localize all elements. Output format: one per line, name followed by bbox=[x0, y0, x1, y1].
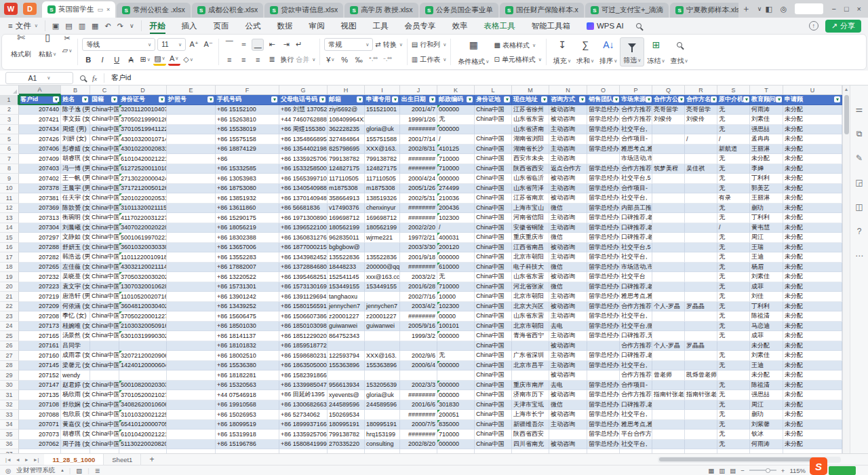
cell[interactable]: wjrme221 bbox=[365, 233, 400, 243]
cell[interactable]: 李文茹 (女 bbox=[61, 115, 90, 125]
cell[interactable] bbox=[90, 370, 119, 381]
cell[interactable]: 360481200304020026 bbox=[119, 302, 167, 312]
cell[interactable]: 江苏省徐州 bbox=[512, 105, 549, 115]
cell[interactable] bbox=[365, 331, 400, 341]
filter-dropdown-icon[interactable] bbox=[357, 96, 363, 102]
cell[interactable]: 王迪 bbox=[750, 252, 783, 263]
row-number[interactable]: 21 bbox=[0, 292, 19, 302]
cell[interactable] bbox=[652, 430, 685, 440]
cell[interactable]: 黄韦慧 bbox=[750, 223, 783, 233]
cell[interactable] bbox=[652, 440, 685, 450]
cell[interactable]: 430102200208315525 bbox=[119, 145, 167, 155]
cell[interactable]: 2002/8/31 bbox=[400, 145, 437, 155]
column-header-F[interactable]: F bbox=[216, 86, 279, 95]
cell[interactable]: 无 bbox=[717, 243, 750, 253]
document-tab[interactable]: S贷款申请信息.xlsx bbox=[264, 3, 343, 18]
cell[interactable]: 刘晨曦 (女 bbox=[61, 223, 90, 233]
cell[interactable]: 社交平台, bbox=[620, 311, 652, 322]
cell[interactable]: +86 1391129694 bbox=[279, 292, 328, 302]
document-tab[interactable]: S英国留学生▭× bbox=[42, 1, 115, 18]
cell[interactable]: 310103200212255069 bbox=[119, 410, 167, 420]
cell[interactable] bbox=[652, 193, 685, 204]
cell-style-button[interactable]: ⊡单元格样式∨ bbox=[494, 52, 542, 66]
cell[interactable]: 2001/7/14 bbox=[400, 134, 437, 145]
cell[interactable]: 山东省东营 bbox=[512, 115, 549, 125]
cell[interactable]: 北京市昌平 bbox=[512, 361, 549, 371]
layout-mode-icon[interactable]: ◧ bbox=[765, 5, 772, 14]
cell[interactable]: 何雨涛 bbox=[750, 440, 783, 450]
cell[interactable] bbox=[685, 243, 717, 253]
cell[interactable]: 207434 bbox=[19, 125, 61, 135]
cell[interactable] bbox=[652, 410, 685, 420]
cell[interactable] bbox=[167, 105, 216, 115]
cell[interactable] bbox=[167, 341, 216, 352]
cell[interactable]: 未分配 bbox=[783, 134, 842, 145]
cell[interactable]: 留学总经办 bbox=[587, 311, 620, 322]
cell[interactable]: 留学总经办 bbox=[587, 164, 620, 174]
cell[interactable]: 710000 bbox=[437, 164, 475, 174]
cell[interactable]: China中国 bbox=[90, 410, 119, 420]
cell[interactable]: 2005/9/16 bbox=[400, 322, 437, 332]
cell[interactable]: 口碑推荐,老 bbox=[620, 282, 652, 292]
cell[interactable]: 留学总经办 bbox=[587, 440, 620, 450]
cell[interactable]: 衡琬明 (女 bbox=[61, 213, 90, 223]
column-header-J[interactable]: J bbox=[400, 86, 437, 95]
cell[interactable]: 370502199901260083 bbox=[119, 115, 167, 125]
cell[interactable]: / bbox=[717, 134, 750, 145]
cell[interactable]: 无 bbox=[717, 430, 750, 440]
cell[interactable]: +86 13851932 bbox=[216, 193, 279, 204]
row-number[interactable]: 24 bbox=[0, 322, 19, 332]
cell[interactable] bbox=[512, 370, 549, 381]
cell[interactable]: 主动咨询 bbox=[549, 420, 587, 430]
cell[interactable]: +86 15536380 bbox=[216, 361, 279, 371]
cell[interactable]: China中国 bbox=[90, 381, 119, 391]
cell[interactable]: 102300 bbox=[437, 213, 475, 223]
cell[interactable]: China中国 bbox=[475, 430, 512, 440]
cell[interactable]: 王一帆 (男 bbox=[61, 174, 90, 184]
column-header-T[interactable]: T bbox=[750, 86, 783, 95]
cell[interactable]: 郭美艺 bbox=[750, 184, 783, 194]
cell[interactable] bbox=[365, 243, 400, 253]
cell[interactable]: ziyi5692@ bbox=[328, 105, 365, 115]
cell[interactable]: China中国 bbox=[90, 154, 119, 164]
cell[interactable]: 未分配 bbox=[783, 125, 842, 135]
cell[interactable]: +86 1396522100 bbox=[279, 223, 328, 233]
cell[interactable]: 曾老师 bbox=[652, 370, 685, 381]
cell[interactable]: 丁利利 bbox=[750, 213, 783, 223]
cell[interactable]: 安徽省铜陵 bbox=[512, 223, 549, 233]
column-header-P[interactable]: P bbox=[620, 86, 652, 95]
cell[interactable] bbox=[652, 213, 685, 223]
cell[interactable] bbox=[652, 233, 685, 243]
cell[interactable]: +86 1506607386 bbox=[279, 311, 328, 322]
cell[interactable]: 未分配 bbox=[783, 400, 842, 411]
cell[interactable]: 207135 bbox=[19, 390, 61, 400]
cell[interactable]: 无 bbox=[437, 272, 475, 282]
output-icon[interactable]: ▤ bbox=[65, 22, 72, 31]
cell[interactable]: 207421 bbox=[19, 115, 61, 125]
cell[interactable]: 864752343 bbox=[328, 331, 365, 341]
row-number[interactable]: 6 bbox=[0, 145, 19, 155]
cell[interactable]: 社交平台, bbox=[620, 440, 652, 450]
cell[interactable]: 117110505 bbox=[328, 174, 365, 184]
cell[interactable]: +86 15575158 bbox=[216, 134, 279, 145]
cell[interactable]: consulting bbox=[365, 440, 400, 450]
cell[interactable]: 主动咨询 bbox=[549, 331, 587, 341]
cell[interactable]: 150269534 bbox=[328, 410, 365, 420]
cell[interactable]: 上海市长宁 bbox=[512, 410, 549, 420]
cell[interactable]: 刘俊伶 bbox=[685, 115, 717, 125]
row-number[interactable]: 14 bbox=[0, 223, 19, 233]
maximize-button[interactable]: □ bbox=[844, 5, 849, 13]
cell[interactable]: China中国 bbox=[90, 263, 119, 273]
cell[interactable]: 留学总经办 bbox=[587, 252, 620, 263]
cell[interactable]: 罗晶晶 bbox=[685, 302, 717, 312]
cell[interactable]: +86 15026953 bbox=[216, 410, 279, 420]
cell[interactable]: 152541145 bbox=[328, 272, 365, 282]
cell[interactable]: China中国 bbox=[90, 302, 119, 312]
cell[interactable]: 舒妍玉 (女 bbox=[61, 243, 90, 253]
cell[interactable]: 主动咨询 bbox=[549, 154, 587, 164]
row-number[interactable]: 29 bbox=[0, 370, 19, 381]
worksheet-button[interactable]: ▥工作表∨ bbox=[412, 55, 447, 64]
cell[interactable]: China中国 bbox=[475, 282, 512, 292]
cell[interactable]: 山东省菏泽 bbox=[512, 184, 549, 194]
cell[interactable] bbox=[475, 125, 512, 135]
